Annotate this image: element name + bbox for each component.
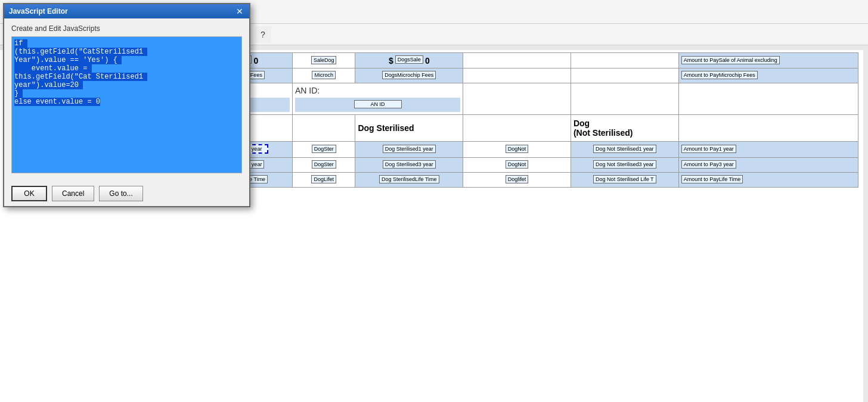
amount-sale-empty2 (571, 53, 678, 68)
dialog-titlebar: JavaScript Editor ✕ (4, 4, 249, 18)
help-button[interactable]: ? (255, 26, 271, 43)
dog-ster-a-3yr: DogSter (293, 158, 355, 173)
an-id-dog-field-cell: AN ID (295, 98, 460, 112)
dog-not-sterilised3yr-field[interactable]: Dog Not Sterilised3 year (593, 160, 656, 169)
amount-sale-field[interactable]: Amount to PaySale of Animal excluding (681, 56, 780, 64)
dog-not-a-1yr: DogNot (463, 142, 571, 158)
an-id-dog-label: AN ID: (295, 86, 320, 95)
an-id-dog-cell: AN ID: AN ID (293, 83, 463, 115)
main-container: JavaScript Editor ✕ Create and Edit Java… (0, 0, 868, 402)
dog-ster-b-lt: Dog SterilisedLife Time (355, 173, 463, 188)
sale-dog-cell: SaleDog (293, 53, 355, 68)
amount-3yr-field[interactable]: Amount to Pay3 year (681, 160, 736, 169)
microchip-empty1 (463, 68, 571, 83)
an-id-empty3 (678, 83, 858, 115)
dog-not-a-3yr: DogNot (463, 158, 571, 173)
dog-steril-a-1yr-field[interactable]: DogSter (312, 145, 336, 153)
help-icon: ? (261, 30, 265, 39)
dog-sterilisedlt-field[interactable]: Dog SterilisedLife Time (379, 175, 439, 183)
amount-sale-empty1 (463, 53, 571, 68)
dog-ster-b-1yr: Dog Sterilised1 year (355, 142, 463, 158)
dogs-sale-field[interactable]: DogsSale (395, 55, 423, 64)
an-id-empty1 (463, 83, 571, 115)
dog-not-sterilised-label: Dog(Not Sterilised) (574, 119, 633, 138)
amount-microchip-cell: Amount to PayMicrochip Fees (678, 68, 858, 83)
dog-sterilised-label: Dog Sterilised (358, 123, 414, 133)
dog-not-sterilised-header: Dog(Not Sterilised) (571, 115, 678, 142)
microch-dog-field[interactable]: Microch (312, 71, 336, 79)
amount-header (678, 115, 858, 142)
dialog-close-button[interactable]: ✕ (235, 7, 244, 16)
amount-microchip-field[interactable]: Amount to PayMicrochip Fees (681, 71, 758, 79)
ok-button[interactable]: OK (11, 186, 47, 201)
dog-ster-a-lt: DogLifet (293, 173, 355, 188)
amount-lt-field[interactable]: Amount to PayLife Time (681, 175, 743, 183)
sale-dog-field[interactable]: SaleDog (311, 56, 337, 64)
dog-not-sterilised1yr-field[interactable]: Dog Not Sterilised1 year (593, 145, 656, 153)
js-editor-dialog: JavaScript Editor ✕ Create and Edit Java… (3, 3, 250, 207)
dog-ster-b-3yr: Dog Sterilised3 year (355, 158, 463, 173)
dialog-label: Create and Edit JavaScripts (11, 24, 242, 33)
dogs-microchip-cell: DogsMicrochip Fees (355, 68, 463, 83)
dialog-buttons: OK Cancel Go to... (4, 181, 249, 206)
dog-steril-a-3yr-field[interactable]: DogSter (312, 160, 336, 169)
goto-button[interactable]: Go to... (99, 186, 142, 201)
amount-1yr: Amount to Pay1 year (678, 142, 858, 158)
dialog-body: Create and Edit JavaScripts if (this.get… (4, 18, 249, 181)
dialog-overlay: JavaScript Editor ✕ Create and Edit Java… (0, 0, 250, 262)
dog-steril-a-lt-field[interactable]: DogLifet (311, 175, 336, 183)
an-id-empty2 (571, 83, 678, 115)
dog-sterilised-header: Dog Sterilised (355, 115, 463, 142)
dog-not-b-1yr: Dog Not Sterilised1 year (571, 142, 678, 158)
cancel-button[interactable]: Cancel (52, 186, 94, 201)
microch-dog-cell: Microch (293, 68, 355, 83)
dog-ster-a-1yr: DogSter (293, 142, 355, 158)
empty-dog-not-col (463, 115, 571, 142)
code-editor[interactable]: if (this.getField("CatSterilised1 Year")… (11, 36, 242, 173)
dog-not-a-3yr-field[interactable]: DogNot (506, 160, 529, 169)
microchip-empty2 (571, 68, 678, 83)
dog-not-sterilisedlt-field[interactable]: Dog Not Sterilised Life T (593, 175, 656, 183)
dogs-microchip-field[interactable]: DogsMicrochip Fees (382, 71, 436, 79)
dogs-sale-cell: $ DogsSale 0 (355, 53, 463, 68)
amount-sale-cell: Amount to PaySale of Animal excluding (678, 53, 858, 68)
dog-not-a-lt-field[interactable]: Doglifet (506, 175, 529, 183)
amount-3yr: Amount to Pay3 year (678, 158, 858, 173)
dog-not-b-lt: Dog Not Sterilised Life T (571, 173, 678, 188)
dog-sterilised3yr-field[interactable]: Dog Sterilised3 year (383, 160, 436, 169)
an-id-dog-field[interactable]: AN ID (354, 100, 402, 108)
empty-dog-col (293, 115, 355, 142)
dialog-title: JavaScript Editor (9, 7, 68, 15)
amount-1yr-field[interactable]: Amount to Pay1 year (681, 145, 736, 153)
dog-not-a-1yr-field[interactable]: DogNot (506, 145, 529, 153)
dog-not-b-3yr: Dog Not Sterilised3 year (571, 158, 678, 173)
dog-sterilised1yr-field[interactable]: Dog Sterilised1 year (383, 145, 436, 153)
amount-lt: Amount to PayLife Time (678, 173, 858, 188)
dog-not-a-lt: Doglifet (463, 173, 571, 188)
